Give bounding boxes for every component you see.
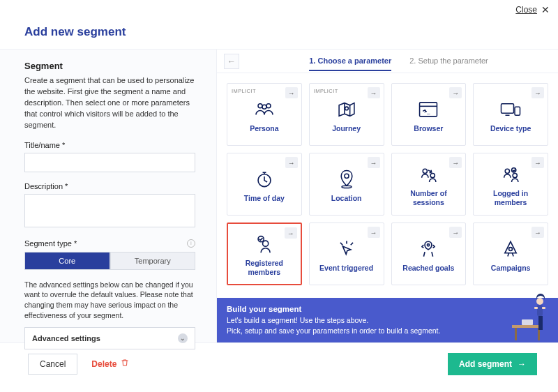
description-input[interactable]: [24, 194, 195, 227]
svg-rect-21: [515, 328, 517, 340]
svg-point-18: [428, 243, 430, 246]
svg-point-12: [430, 174, 435, 178]
number-of-sessions-icon: [418, 164, 438, 185]
implicit-tag: IMPLICIT: [232, 88, 256, 94]
back-button[interactable]: ←: [224, 54, 239, 69]
event-triggered-icon: [337, 239, 356, 259]
parameter-card-number-of-sessions[interactable]: →Number of sessions: [391, 153, 467, 216]
trash-icon: [121, 359, 129, 369]
svg-point-11: [423, 169, 428, 174]
cancel-button[interactable]: Cancel: [28, 354, 77, 375]
title-label: Title/name *: [24, 141, 195, 149]
segment-type-temporary[interactable]: Temporary: [110, 252, 196, 270]
svg-rect-7: [515, 107, 520, 115]
card-label: Device type: [490, 124, 531, 133]
add-segment-label: Add segment: [459, 359, 512, 369]
svg-point-0: [258, 103, 262, 107]
svg-point-1: [266, 103, 271, 107]
arrow-right-icon: →: [368, 227, 380, 238]
card-label: Campaigns: [491, 264, 531, 273]
logged-in-members-icon: [501, 164, 520, 185]
parameter-card-campaigns[interactable]: →Campaigns: [473, 223, 548, 285]
parameter-card-location[interactable]: →Location: [309, 153, 384, 216]
svg-point-14: [513, 174, 517, 178]
segment-description: Create a segment that can be used to per…: [24, 75, 195, 131]
svg-point-16: [262, 241, 268, 247]
campaigns-icon: [502, 239, 520, 259]
page-title: Add new segment: [24, 25, 534, 39]
svg-rect-29: [542, 307, 545, 309]
parameter-card-registered-members[interactable]: →Registered members: [227, 223, 302, 285]
card-label: Number of sessions: [396, 189, 462, 206]
svg-rect-27: [541, 316, 543, 330]
add-segment-button[interactable]: Add segment →: [448, 353, 537, 375]
segment-type-label: Segment type *: [24, 239, 77, 248]
card-label: Registered members: [232, 259, 296, 276]
parameter-card-time-of-day[interactable]: →Time of day: [227, 153, 302, 216]
implicit-tag: IMPLICIT: [314, 88, 338, 94]
advanced-settings-label: Advanced settings: [32, 334, 100, 342]
arrow-right-icon: →: [531, 157, 544, 168]
registered-members-icon: [255, 234, 273, 255]
build-banner: Build your segment Let's build a segment…: [217, 298, 558, 342]
parameter-card-logged-in-members[interactable]: →Logged in members: [473, 153, 548, 216]
arrow-right-icon: →: [518, 359, 526, 369]
location-icon: [338, 169, 356, 190]
parameter-card-device-type[interactable]: →Device type: [473, 83, 548, 146]
delete-label: Delete: [91, 359, 116, 369]
card-label: Logged in members: [478, 189, 543, 206]
card-label: Persona: [250, 124, 278, 133]
parameter-card-browser[interactable]: →>_Browser: [391, 83, 467, 146]
parameter-card-journey[interactable]: IMPLICIT→Journey: [309, 83, 384, 146]
banner-line2: Pick, setup and save your parameters in …: [227, 326, 440, 336]
step-setup-parameter[interactable]: 2. Setup the parameter: [409, 52, 488, 71]
svg-rect-23: [522, 319, 533, 325]
arrow-right-icon: →: [368, 87, 380, 98]
svg-rect-26: [538, 316, 541, 330]
parameter-card-event-triggered[interactable]: →Event triggered: [309, 223, 384, 285]
chevron-down-icon: ⌄: [178, 333, 188, 343]
svg-point-10: [342, 186, 352, 188]
svg-rect-6: [502, 103, 514, 113]
svg-rect-28: [534, 307, 538, 309]
card-label: Browser: [414, 124, 443, 133]
arrow-right-icon: →: [449, 87, 462, 98]
journey-icon: [337, 99, 356, 120]
card-label: Journey: [332, 124, 361, 133]
banner-title: Build your segment: [227, 305, 440, 313]
svg-point-3: [345, 107, 348, 110]
svg-text:>_: >_: [424, 107, 431, 114]
arrow-right-icon: →: [368, 157, 380, 168]
arrow-right-icon: →: [285, 227, 297, 239]
left-panel: Segment Create a segment that can be use…: [0, 50, 216, 342]
svg-point-13: [505, 169, 509, 174]
close-icon[interactable]: ✕: [541, 4, 550, 15]
description-label: Description *: [24, 182, 195, 190]
segment-type-core[interactable]: Core: [24, 252, 110, 270]
svg-point-9: [345, 174, 349, 178]
arrow-right-icon: →: [531, 87, 544, 98]
parameter-card-reached-goals[interactable]: →Reached goals: [391, 223, 467, 285]
card-label: Location: [331, 194, 362, 203]
advanced-settings-toggle[interactable]: Advanced settings ⌄: [24, 327, 195, 349]
time-of-day-icon: [255, 169, 273, 190]
browser-icon: >_: [418, 99, 438, 120]
arrow-right-icon: →: [285, 157, 298, 168]
device-type-icon: [500, 99, 521, 120]
segment-heading: Segment: [24, 61, 195, 71]
title-input[interactable]: [24, 153, 195, 172]
delete-button[interactable]: Delete: [91, 359, 129, 369]
parameter-card-persona[interactable]: IMPLICIT→Persona: [227, 83, 302, 146]
card-label: Reached goals: [402, 264, 454, 273]
svg-point-19: [509, 247, 513, 250]
card-label: Event triggered: [319, 264, 373, 273]
banner-illustration: [509, 292, 551, 342]
close-link[interactable]: Close: [515, 5, 537, 15]
reached-goals-icon: [418, 239, 438, 259]
step-choose-parameter[interactable]: 1. Choose a parameter: [309, 52, 391, 71]
svg-point-24: [536, 298, 543, 305]
info-icon[interactable]: i: [187, 239, 195, 248]
arrow-right-icon: →: [531, 227, 544, 238]
arrow-right-icon: →: [449, 157, 462, 168]
right-panel: ← 1. Choose a parameter 2. Setup the par…: [216, 50, 558, 342]
